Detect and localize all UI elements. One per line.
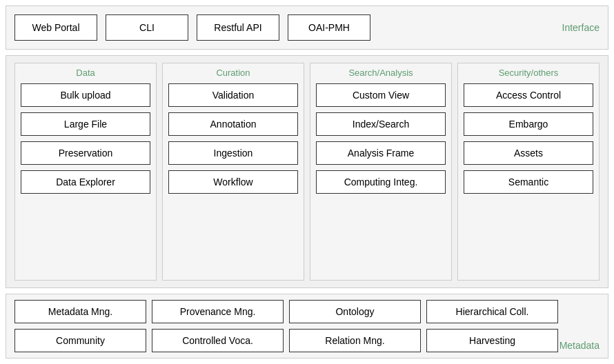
data-column-label: Data — [21, 68, 150, 78]
search-analysis-column-items: Custom View Index/Search Analysis Frame … — [316, 83, 446, 194]
interface-items: Web Portal CLI Restful API OAI-PMH — [14, 14, 600, 41]
workflow-box[interactable]: Workflow — [168, 170, 298, 194]
semantic-box[interactable]: Semantic — [464, 170, 593, 194]
cli-box[interactable]: CLI — [106, 14, 188, 41]
relation-mng-box[interactable]: Relation Mng. — [289, 329, 421, 352]
validation-box[interactable]: Validation — [168, 83, 298, 107]
harvesting-box[interactable]: Harvesting — [426, 329, 558, 352]
ingestion-box[interactable]: Ingestion — [168, 141, 298, 165]
curation-column-items: Validation Annotation Ingestion Workflow — [168, 83, 298, 194]
security-others-column-label: Security/others — [464, 68, 593, 78]
controlled-voca-box[interactable]: Controlled Voca. — [152, 329, 284, 352]
search-analysis-column: Search/Analysis Custom View Index/Search… — [310, 63, 452, 281]
interface-label: Interface — [562, 22, 600, 33]
annotation-box[interactable]: Annotation — [168, 112, 298, 136]
community-box[interactable]: Community — [14, 329, 146, 352]
interface-section: Web Portal CLI Restful API OAI-PMH Inter… — [6, 6, 608, 50]
provenance-mng-box[interactable]: Provenance Mng. — [152, 300, 284, 323]
data-column: Data Bulk upload Large File Preservation… — [14, 63, 157, 281]
access-control-box[interactable]: Access Control — [464, 83, 593, 107]
oai-pmh-box[interactable]: OAI-PMH — [288, 14, 370, 41]
metadata-grid: Metadata Mng. Provenance Mng. Ontology H… — [14, 300, 600, 352]
restful-api-box[interactable]: Restful API — [197, 14, 279, 41]
bulk-upload-box[interactable]: Bulk upload — [21, 83, 150, 107]
computing-integ-box[interactable]: Computing Integ. — [316, 170, 446, 194]
curation-column: Curation Validation Annotation Ingestion… — [162, 63, 304, 281]
custom-view-box[interactable]: Custom View — [316, 83, 446, 107]
preservation-box[interactable]: Preservation — [21, 141, 150, 165]
index-search-box[interactable]: Index/Search — [316, 112, 446, 136]
analysis-frame-box[interactable]: Analysis Frame — [316, 141, 446, 165]
assets-box[interactable]: Assets — [464, 141, 593, 165]
security-others-column: Security/others Access Control Embargo A… — [457, 63, 600, 281]
embargo-box[interactable]: Embargo — [464, 112, 593, 136]
metadata-label: Metadata — [559, 340, 600, 351]
middle-section: Data Bulk upload Large File Preservation… — [6, 55, 608, 288]
data-explorer-box[interactable]: Data Explorer — [21, 170, 150, 194]
search-analysis-column-label: Search/Analysis — [316, 68, 446, 78]
large-file-box[interactable]: Large File — [21, 112, 150, 136]
data-column-items: Bulk upload Large File Preservation Data… — [21, 83, 150, 194]
metadata-section: Metadata Mng. Provenance Mng. Ontology H… — [6, 294, 608, 358]
security-others-column-items: Access Control Embargo Assets Semantic — [464, 83, 593, 194]
hierarchical-coll-box[interactable]: Hierarchical Coll. — [426, 300, 558, 323]
web-portal-box[interactable]: Web Portal — [14, 14, 97, 41]
metadata-mng-box[interactable]: Metadata Mng. — [14, 300, 146, 323]
ontology-box[interactable]: Ontology — [289, 300, 421, 323]
curation-column-label: Curation — [168, 68, 298, 78]
